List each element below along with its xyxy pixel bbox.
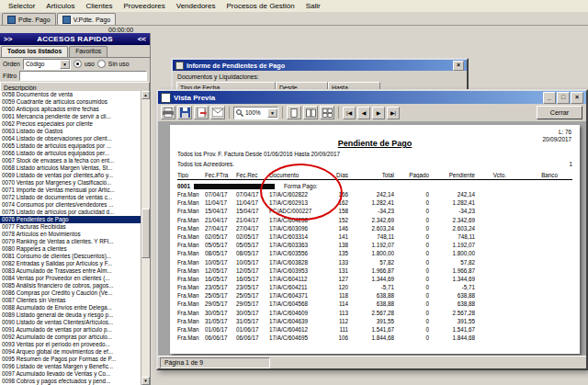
list-item[interactable]: 0081 Consumo de clientes (Descuentos)... [0, 253, 141, 260]
list-item[interactable]: 0072 Listado de documentos de ventas c..… [0, 194, 141, 201]
tab-todos-los-listados[interactable]: Todos los listados [1, 46, 68, 57]
cell-fec_ftra: 29/05/17 [205, 300, 236, 308]
scroll-up-icon[interactable]: ▲ [141, 91, 150, 99]
collapse-left-chevrons-icon[interactable]: >> [4, 35, 12, 43]
menu-item-proveedores[interactable]: Proveedores [118, 2, 170, 10]
tab-v-pdte-pago[interactable]: V.Pdte. Pago [57, 13, 117, 25]
list-item[interactable]: 0063 Listado de Gastos [0, 128, 141, 135]
list-item[interactable]: 0097 Acumulado llevado de Ventas y Co... [0, 370, 141, 378]
list-item[interactable]: 0085 Análisis financiero de cobros, pago… [0, 282, 141, 289]
chevron-down-icon[interactable]: ▼ [60, 60, 70, 69]
cell-documento: 17/A/C/604211 [267, 283, 328, 291]
list-item[interactable]: 0070 Ventas por Margenes y Clasificació.… [0, 179, 141, 187]
scrollbar-thumb[interactable] [141, 209, 150, 258]
menu-item-procesos-de-gestion[interactable]: Procesos de Gestión [220, 2, 300, 10]
cell-fec_rec: 29/05/17 [236, 300, 267, 308]
list-item[interactable]: 0093 Ventas por el período en proveedo..… [0, 341, 141, 348]
first-page-button[interactable]: |◀ [343, 107, 356, 119]
sin-uso-radio[interactable] [97, 60, 106, 68]
list-item[interactable]: 0062 Precios especiales por cliente [0, 120, 141, 128]
cerrar-button[interactable]: Cerrar [537, 106, 582, 119]
cell-dias: 135 [328, 249, 348, 257]
cell-fec_ftra: 23/05/17 [205, 283, 236, 291]
chevron-down-icon[interactable]: ▼ [267, 108, 277, 118]
last-page-button[interactable]: ▶| [387, 107, 400, 119]
cell-banco [506, 198, 560, 207]
list-item[interactable]: 0095 Resumen de Pagos por Formas de P... [0, 356, 141, 363]
list-item[interactable]: 0096 Listado de ventas Margen y Benefic.… [0, 363, 141, 370]
list-item[interactable]: 0082 Entradas y Salidas por Artículos y … [0, 260, 141, 267]
list-item[interactable]: 0094 Arqueo global de movimientos de ef.… [0, 348, 141, 356]
cell-fec_rec: 11/04/17 [236, 198, 267, 207]
list-item[interactable]: 0078 Artículos en Movimientos [0, 231, 141, 238]
list-item[interactable]: 0086 Compras por Crédito y Caución (Ve..… [0, 289, 141, 297]
cell-dias: 133 [328, 258, 348, 266]
cell-tipo: Fra.Man [177, 216, 205, 224]
orden-select[interactable]: Código ▼ [23, 59, 71, 70]
menu-item-vendedores[interactable]: Vendedores [171, 2, 221, 10]
list-item[interactable]: 0061 Mercancía pendiente de servir a cli… [0, 113, 141, 120]
list-item[interactable]: 0075 Listado de artículos por caducidad … [0, 209, 141, 216]
close-icon[interactable]: × [571, 92, 583, 104]
list-item[interactable]: 0065 Listado de artículos equipados por … [0, 142, 141, 150]
list-item[interactable]: 0080 Rappeles a clientes [0, 245, 141, 253]
previous-page-button[interactable]: ◀ [357, 107, 370, 119]
magnifier-icon [236, 109, 243, 117]
preview-canvas: L: 76 20/09/2017 Pendiente de Pago Todos… [158, 121, 586, 357]
cell-pendiente: -34,23 [429, 207, 475, 215]
dialog-close-icon[interactable]: × [453, 61, 464, 71]
list-item[interactable]: 0098 Cobros y pagos efectuados y pend... [0, 378, 141, 385]
menu-item-selector[interactable]: Selector [3, 2, 40, 10]
list-item[interactable]: 0067 Stock de envases a la fecha con ent… [0, 157, 141, 164]
cell-pendiente: 2.342,69 [429, 216, 475, 224]
list-item[interactable]: 0088 Acumulado de Envíos entre Delega... [0, 304, 141, 311]
next-page-button[interactable]: ▶ [372, 107, 385, 119]
list-item[interactable]: 0092 Acumulado de compras por artículo..… [0, 334, 141, 341]
multi-page-icon [322, 108, 333, 118]
menu-item-salir[interactable]: Salir [300, 2, 326, 10]
list-item[interactable]: 0076 Pendientes de Pago [0, 216, 141, 223]
collapse-right-chevrons-icon[interactable]: << [138, 35, 146, 43]
list-item[interactable]: 0090 Listado de ventas Clientes/Artículo… [0, 319, 141, 326]
list-item[interactable]: 0066 Listado de artículos equipados per.… [0, 150, 141, 157]
list-item[interactable]: 0068 Listado artículos Margen Ventas, St… [0, 164, 141, 172]
uso-radio[interactable] [74, 60, 82, 68]
tab-favoritos[interactable]: Favoritos [69, 46, 107, 57]
list-item[interactable]: 0091 Acumulado de ventas por artículo p.… [0, 326, 141, 334]
tab-pdte-pago[interactable]: Pdte. Pago [2, 13, 56, 25]
list-item[interactable]: 0087 Clientes sin Ventas [0, 297, 141, 304]
menu-item-articulos[interactable]: Artículos [40, 2, 80, 10]
list-item[interactable]: 0083 Acumulado de Trasvases entre Alm... [0, 267, 141, 275]
list-item[interactable]: 0079 Ranking de Ventas a clientes. Y RFI… [0, 238, 141, 245]
maximize-icon[interactable]: □ [557, 92, 570, 104]
dialog-titlebar[interactable]: Informe de Pendientes de Pago × [173, 60, 467, 71]
list-item[interactable]: 0077 Facturas Recibidas [0, 223, 141, 231]
export-button[interactable] [194, 106, 209, 119]
print-button[interactable] [161, 106, 175, 119]
save-button[interactable] [177, 106, 192, 119]
multi-page-view-button[interactable] [320, 106, 334, 119]
cell-pendiente: 638,88 [429, 300, 475, 308]
email-button[interactable] [210, 106, 225, 119]
list-item[interactable]: 0064 Listado de observaciones por client… [0, 135, 141, 142]
minimize-icon[interactable]: _ [543, 92, 556, 104]
cell-total: 638,88 [348, 291, 394, 300]
list-item[interactable]: 0084 Ventas por Proveedor en clientes (.… [0, 275, 141, 282]
list-item[interactable]: 0059 Cuadrante de artículos consumidos [0, 98, 141, 106]
two-page-view-button[interactable] [303, 106, 318, 119]
list-item[interactable]: 0074 Consumos por clientes/vendedores ..… [0, 201, 141, 209]
list-item[interactable]: 0058 Documentos de venta [0, 91, 141, 98]
list-item[interactable]: 0089 Listado general de deuda y riesgo p… [0, 311, 141, 319]
list-item[interactable]: 0069 Listado de ventas por clientes,año … [0, 172, 141, 179]
single-page-view-button[interactable] [287, 106, 301, 119]
list-item[interactable]: 0071 Importe de Ventas mensual por Artíc… [0, 187, 141, 194]
cell-fec_rec: 07/04/17 [236, 190, 267, 198]
filtro-input[interactable] [19, 71, 147, 81]
menu-item-clientes[interactable]: Clientes [80, 2, 118, 10]
list-item[interactable]: 0060 Anticipos aplicados entre fechas [0, 106, 141, 113]
sidebar-scrollbar[interactable]: ▲ ▼ [141, 91, 150, 385]
preview-titlebar[interactable]: Vista Previa _ □ × [158, 91, 586, 104]
scroll-down-icon[interactable]: ▼ [141, 377, 150, 385]
orden-label: Orden [3, 61, 20, 67]
zoom-select[interactable]: 100% ▼ [233, 107, 278, 119]
